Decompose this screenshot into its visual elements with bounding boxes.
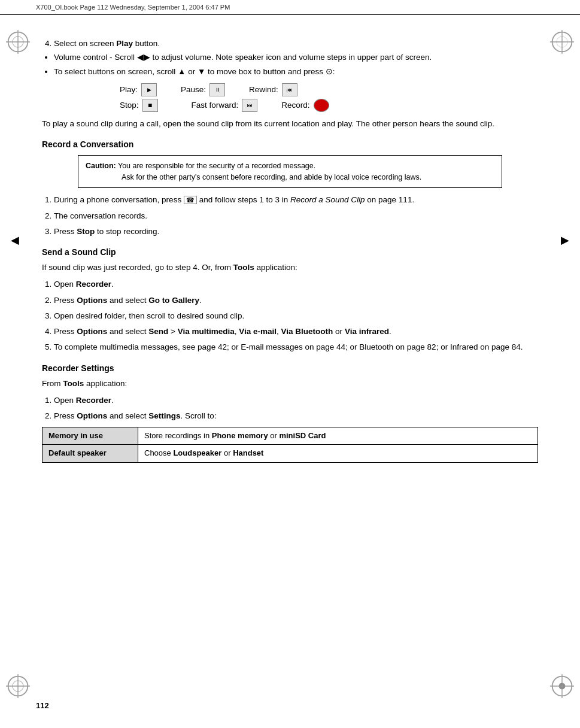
header-bar: X700_OI.book Page 112 Wednesday, Septemb… xyxy=(0,0,580,15)
controls-container: Play: ▶ Pause: ⏸ Rewind: ⏮ Stop: ⏹ xyxy=(120,83,538,112)
phone-icon: ☎ xyxy=(184,196,197,204)
send-sound-clip-heading: Send a Sound Clip xyxy=(42,247,538,257)
rewind-icon: ⏮ xyxy=(282,83,297,96)
via-bluetooth-bold: Via Bluetooth xyxy=(281,327,333,336)
ctrl-fastfwd: Fast forward: ⏭ xyxy=(192,99,258,112)
send-bold: Send xyxy=(148,327,168,336)
options-bold2: Options xyxy=(77,327,107,336)
record-step2: The conversation records. xyxy=(54,210,538,222)
ctrl-rewind: Rewind: ⏮ xyxy=(249,83,297,96)
play-bold: Play xyxy=(116,39,133,48)
ctrl-stop: Stop: ⏹ xyxy=(120,99,158,112)
bullet-list: Volume control - Scroll ◀▶ to adjust vol… xyxy=(54,51,538,78)
caution-box: Caution: You are responsible for the sec… xyxy=(78,155,502,189)
page-number: 112 xyxy=(36,701,49,710)
recorder-step2: Press Options and select Settings. Scrol… xyxy=(54,410,538,422)
record-steps-list: During a phone conversation, press ☎ and… xyxy=(54,194,538,238)
send-steps-list: Open Recorder. Press Options and select … xyxy=(54,278,538,353)
go-to-gallery-bold: Go to Gallery xyxy=(148,296,199,305)
memory-in-use-value: Store recordings in Phone memory or mini… xyxy=(138,427,538,445)
settings-table: Memory in use Store recordings in Phone … xyxy=(42,427,538,462)
header-text: X700_OI.book Page 112 Wednesday, Septemb… xyxy=(36,4,230,11)
sound-clip-para: To play a sound clip during a call, open… xyxy=(42,118,538,130)
pause-label: Pause: xyxy=(181,85,206,94)
step4-item: Select on screen Play button. xyxy=(54,39,538,48)
recorder-step1: Open Recorder. xyxy=(54,395,538,407)
send-step2: Press Options and select Go to Gallery. xyxy=(54,295,538,307)
default-speaker-cell: Default speaker xyxy=(42,445,138,462)
handset-bold: Handset xyxy=(233,448,263,457)
corner-br-deco xyxy=(550,674,574,698)
caution-title: Caution: xyxy=(86,162,116,170)
rewind-label: Rewind: xyxy=(249,85,278,94)
pause-icon: ⏸ xyxy=(209,83,225,96)
play-icon: ▶ xyxy=(141,83,157,96)
ctrl-record: Record: ⏺ xyxy=(281,99,329,112)
send-step3: Open desired folder, then scroll to desi… xyxy=(54,310,538,322)
send-step4: Press Options and select Send > Via mult… xyxy=(54,326,538,338)
send-step1: Open Recorder. xyxy=(54,278,538,290)
send-step5: To complete multimedia messages, see pag… xyxy=(54,341,538,353)
controls-row1: Play: ▶ Pause: ⏸ Rewind: ⏮ xyxy=(120,83,538,96)
stop-label: Stop: xyxy=(120,101,139,110)
bullet-volume: Volume control - Scroll ◀▶ to adjust vol… xyxy=(54,51,538,63)
recorder-bold2: Recorder xyxy=(76,396,111,405)
via-multimedia-bold: Via multimedia xyxy=(178,327,235,336)
minisd-card-bold: miniSD Card xyxy=(279,431,326,440)
via-infrared-bold: Via infrared xyxy=(345,327,389,336)
page-container: X700_OI.book Page 112 Wednesday, Septemb… xyxy=(0,0,580,728)
caution-text: You are responsible for the security of … xyxy=(118,162,315,170)
options-bold1: Options xyxy=(77,296,107,305)
send-intro: If sound clip was just recorded, go to s… xyxy=(42,262,538,274)
bullet-select: To select buttons on screen, scroll ▲ or… xyxy=(54,66,538,78)
corner-bl-deco xyxy=(6,674,30,698)
record-step1: During a phone conversation, press ☎ and… xyxy=(54,194,538,206)
content-area: Select on screen Play button. Volume con… xyxy=(0,15,580,492)
recorder-steps-list: Open Recorder. Press Options and select … xyxy=(54,395,538,423)
ctrl-play: Play: ▶ xyxy=(120,83,157,96)
table-row-speaker: Default speaker Choose Loudspeaker or Ha… xyxy=(42,445,538,462)
tools-bold2: Tools xyxy=(63,379,84,388)
record-step3: Press Stop to stop recording. xyxy=(54,226,538,238)
memory-in-use-cell: Memory in use xyxy=(42,427,138,445)
recorder-settings-heading: Recorder Settings xyxy=(42,363,538,373)
recorder-bold1: Recorder xyxy=(76,280,111,289)
settings-bold: Settings xyxy=(148,411,180,420)
record-conversation-heading: Record a Conversation xyxy=(42,139,538,149)
controls-row2: Stop: ⏹ Fast forward: ⏭ Record: ⏺ xyxy=(120,99,538,112)
table-row-memory: Memory in use Store recordings in Phone … xyxy=(42,427,538,445)
record-icon: ⏺ xyxy=(314,99,329,112)
fastforward-label: Fast forward: xyxy=(192,101,239,110)
stop-bold: Stop xyxy=(77,227,95,236)
caution-text-cont: Ask for the other party's consent before… xyxy=(122,172,494,183)
phone-memory-bold: Phone memory xyxy=(212,431,268,440)
stop-icon: ⏹ xyxy=(142,99,158,112)
play-label: Play: xyxy=(120,85,138,94)
tools-bold1: Tools xyxy=(233,263,254,272)
fastforward-icon: ⏭ xyxy=(242,99,257,112)
recorder-settings-intro: From Tools application: xyxy=(42,378,538,390)
step4-list: Select on screen Play button. xyxy=(54,39,538,48)
loudspeaker-bold: Loudspeaker xyxy=(173,448,221,457)
ctrl-pause: Pause: ⏸ xyxy=(181,83,225,96)
options-bold3: Options xyxy=(77,411,107,420)
record-label: Record: xyxy=(281,101,309,110)
default-speaker-value: Choose Loudspeaker or Handset xyxy=(138,445,538,462)
record-sound-clip-ref: Record a Sound Clip xyxy=(290,195,365,204)
via-email-bold: Via e-mail xyxy=(239,327,277,336)
